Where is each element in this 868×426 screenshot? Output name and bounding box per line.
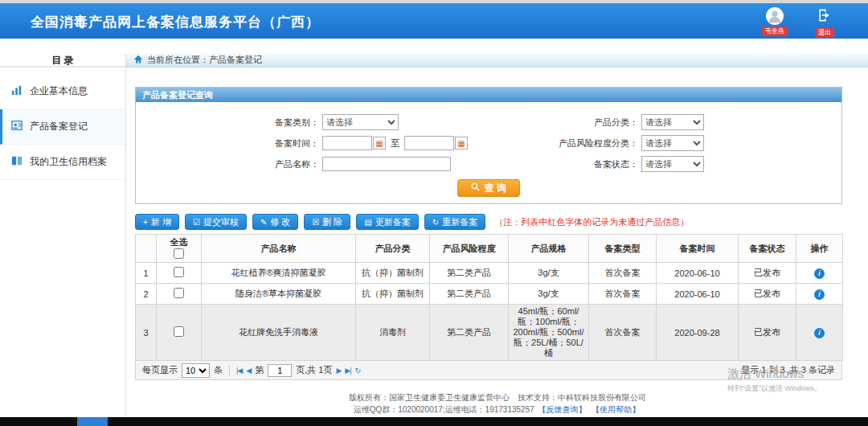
query-button[interactable]: 查 询 (457, 179, 519, 197)
refile-button[interactable]: ↻ 重新备案 (424, 214, 485, 230)
calendar-icon[interactable]: ▦ (455, 137, 468, 150)
edit-icon: ✎ (260, 218, 267, 227)
row-checkbox[interactable] (174, 288, 184, 298)
product-class-cell: 抗（抑）菌制剂 (356, 263, 430, 284)
logout-button[interactable]: 退出 (815, 7, 834, 38)
info-icon[interactable]: i (814, 268, 825, 279)
table-row[interactable]: 1 花红植养®爽清抑菌凝胶 抗（抑）菌制剂 第二类产品 3g/支 首次备案 20… (136, 263, 843, 284)
row-index: 3 (136, 305, 157, 361)
checkbox-icon: ☑ (193, 218, 200, 227)
select-all-label: 全选 (159, 236, 199, 248)
col-product-class: 产品分类 (356, 235, 430, 263)
first-page-icon[interactable]: |◀ (236, 367, 242, 375)
sidebar-item-credit-archive[interactable]: 我的卫生信用档案 (0, 145, 125, 180)
filing-date-start-input[interactable] (322, 136, 372, 150)
select-all-header: 全选 (157, 235, 202, 263)
logout-icon (817, 7, 833, 27)
page-size-unit: 条 (214, 364, 223, 376)
app-header: 全国消毒产品网上备案信息服务平台（广西） 韦全燕 退出 (0, 3, 868, 39)
select-all-checkbox[interactable] (174, 248, 184, 259)
product-class-cell: 抗（抑）菌制剂 (356, 284, 430, 305)
search-form: 备案类别： 请选择 产品分类： 请选择 (136, 102, 841, 203)
refresh-icon: ↻ (432, 218, 439, 227)
filing-type-cell: 首次备案 (589, 263, 657, 284)
search-panel: 产品备案登记查询 备案类别： 请选择 产品分类： 请选择 (135, 87, 842, 204)
registration-icon (11, 120, 23, 133)
breadcrumb-text: 当前所在位置：产品备案登记 (147, 54, 262, 66)
sidebar-title: 目 录 (0, 53, 125, 68)
product-name-cell: 随身洁®草本抑菌凝胶 (202, 284, 356, 305)
row-checkbox[interactable] (174, 267, 184, 277)
toolbar: + 新 增 ☑ 提交审核 ✎ 修 改 ☒ 删 除 ▤ 更新备案 (135, 214, 842, 230)
query-button-label: 查 询 (484, 182, 506, 195)
last-page-icon[interactable]: ▶| (345, 367, 350, 375)
risk-level-select[interactable]: 请选择 (641, 135, 704, 151)
archive-icon (11, 155, 23, 169)
main-area: 产品备案登记查询 备案类别： 请选择 产品分类： 请选择 (127, 68, 868, 399)
next-page-icon[interactable]: ▶ (336, 367, 341, 375)
table-header-row: 全选 产品名称 产品分类 产品风险程度 产品规格 备案类型 备案时间 备案状态 … (136, 235, 843, 263)
col-filing-status: 备案状态 (739, 235, 796, 263)
delete-button[interactable]: ☒ 删 除 (304, 214, 350, 230)
col-filing-type: 备案类型 (589, 235, 657, 263)
risk-level-label: 产品风险程度分类： (476, 137, 638, 150)
user-menu[interactable]: 韦全燕 (762, 7, 788, 36)
edit-button[interactable]: ✎ 修 改 (252, 214, 298, 230)
filing-status-label: 备案状态： (476, 158, 638, 170)
row-checkbox[interactable] (174, 326, 184, 337)
sidebar-item-product-filing[interactable]: 产品备案登记 (0, 109, 125, 145)
windows-activation-watermark: 激活 Windows 转到“设置”以激活 Windows。 (727, 367, 821, 394)
product-class-cell: 消毒剂 (356, 305, 430, 361)
col-risk-level: 产品风险程度 (430, 235, 509, 263)
row-index: 1 (136, 263, 157, 284)
search-icon (471, 182, 480, 194)
user-name-badge: 韦全燕 (762, 27, 788, 36)
filing-time-label: 备案时间： (136, 137, 319, 150)
add-button[interactable]: + 新 增 (135, 214, 179, 230)
page-title: 全国消毒产品网上备案信息服务平台（广西） (31, 13, 320, 31)
document-icon: ▤ (364, 218, 371, 227)
content: 产品备案登记查询 备案类别： 请选择 产品分类： 请选择 (135, 87, 842, 380)
help-link[interactable]: 【使用帮助】 (592, 405, 640, 414)
page-size-select[interactable]: 10 (182, 363, 210, 378)
filing-category-select[interactable]: 请选择 (322, 114, 399, 130)
calendar-icon[interactable]: ▦ (373, 137, 386, 150)
spec-cell: 45ml/瓶；60ml/瓶；100ml/瓶；200ml/瓶；500ml/瓶；25… (509, 305, 589, 361)
date-to-label: 至 (391, 137, 399, 150)
filing-status-cell: 已发布 (739, 284, 796, 305)
delete-icon: ☒ (312, 218, 319, 227)
filing-status-select[interactable]: 请选择 (641, 156, 704, 172)
page-label: 第 (255, 364, 264, 376)
add-button-label: 新 增 (151, 216, 171, 228)
product-table: 全选 产品名称 产品分类 产品风险程度 产品规格 备案类型 备案时间 备案状态 … (135, 234, 843, 361)
table-row[interactable]: 2 随身洁®草本抑菌凝胶 抗（抑）菌制剂 第二类产品 3g/支 首次备案 202… (136, 284, 843, 305)
spec-cell: 3g/支 (509, 263, 589, 284)
breadcrumb: 当前所在位置：产品备案登记 (126, 53, 868, 68)
prev-page-icon[interactable]: ◀ (246, 367, 251, 375)
delete-button-label: 删 除 (322, 216, 342, 228)
filing-date-end-input[interactable] (404, 136, 454, 150)
refresh-icon[interactable]: ↻ (355, 367, 361, 375)
feedback-link[interactable]: 【反馈查询】 (538, 405, 587, 414)
taskbar-accent (77, 417, 108, 426)
filing-type-cell: 首次备案 (589, 305, 657, 361)
submit-review-button[interactable]: ☑ 提交审核 (185, 214, 247, 230)
col-filing-date: 备案时间 (657, 235, 739, 263)
divider (229, 365, 230, 376)
home-icon[interactable] (133, 55, 143, 66)
update-filing-label: 更新备案 (375, 216, 411, 228)
sidebar-item-company-info[interactable]: 企业基本信息 (0, 74, 125, 109)
page-number-input[interactable] (268, 364, 292, 377)
info-icon[interactable]: i (814, 289, 825, 300)
avatar (766, 7, 784, 25)
info-icon[interactable]: i (814, 328, 825, 338)
plus-icon: + (143, 218, 148, 227)
table-row[interactable]: 3 花红牌免洗手消毒液 消毒剂 第二类产品 45ml/瓶；60ml/瓶；100m… (136, 305, 843, 361)
update-filing-button[interactable]: ▤ 更新备案 (356, 214, 418, 230)
filing-status-cell: 已发布 (739, 305, 796, 361)
risk-level-cell: 第二类产品 (430, 263, 509, 284)
sidebar-item-label: 我的卫生信用档案 (30, 155, 107, 169)
product-name-input[interactable] (322, 157, 451, 171)
product-class-select[interactable]: 请选择 (641, 114, 704, 130)
col-actions: 操作 (796, 235, 843, 263)
